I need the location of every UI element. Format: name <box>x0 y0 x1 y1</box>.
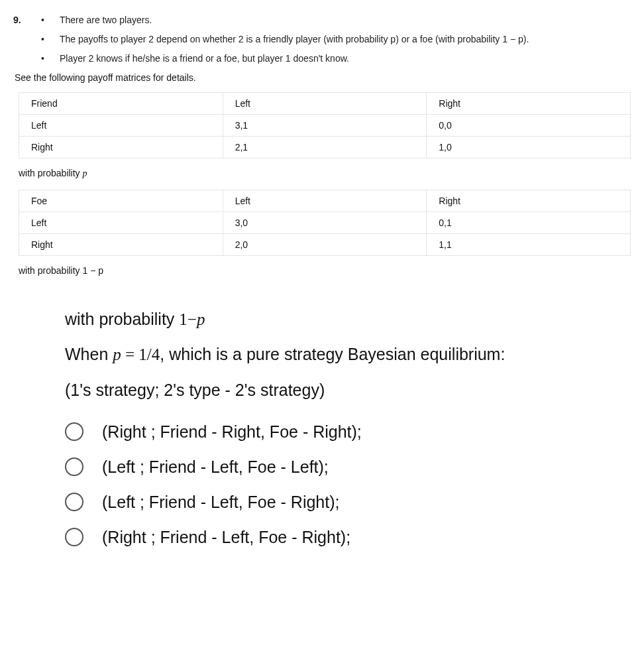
table-cell: 1,0 <box>427 137 631 158</box>
bullet-dot-icon: • <box>38 52 60 66</box>
bullet-item: • The payoffs to player 2 depend on whet… <box>38 32 631 46</box>
option-text: (Right ; Friend - Right, Foe - Right); <box>102 422 362 442</box>
table-header-cell: Foe <box>19 190 223 212</box>
probability-label-foe-truncated: with probability 1 − p <box>19 265 631 277</box>
table-cell: Left <box>19 115 223 137</box>
option-text: (Left ; Friend - Left, Foe - Right); <box>102 493 339 512</box>
question-prompt-section: with probability 1−p When p = 1/4, which… <box>65 304 631 547</box>
bullet-text: Player 2 knows if he/she is a friend or … <box>60 52 349 66</box>
option-row[interactable]: (Left ; Friend - Left, Foe - Left); <box>65 457 631 477</box>
option-text: (Right ; Friend - Left, Foe - Right); <box>102 528 350 547</box>
table-header-cell: Right <box>427 190 631 212</box>
strategy-format-line: (1's strategy; 2's type - 2's strategy) <box>65 375 631 405</box>
bullet-text: The payoffs to player 2 depend on whethe… <box>60 32 529 46</box>
bullet-dot-icon: • <box>38 13 60 27</box>
table-cell: 3,0 <box>223 212 427 234</box>
table-row: Right 2,0 1,1 <box>19 234 631 256</box>
payoff-table-foe: Foe Left Right Left 3,0 0,1 Right 2,0 1,… <box>19 190 631 256</box>
probability-line: with probability 1−p <box>65 304 631 335</box>
table-row: Foe Left Right <box>19 190 631 212</box>
option-row[interactable]: (Right ; Friend - Left, Foe - Right); <box>65 528 631 547</box>
table-cell: Right <box>19 137 223 158</box>
table-header-cell: Left <box>223 190 427 212</box>
question-number: 9. <box>13 13 38 25</box>
table-cell: 0,1 <box>427 212 631 234</box>
table-header-cell: Right <box>427 93 631 115</box>
see-details-text: See the following payoff matrices for de… <box>15 72 631 83</box>
question-block: 9. • There are two players. • The payoff… <box>13 13 631 563</box>
option-row[interactable]: (Left ; Friend - Left, Foe - Right); <box>65 493 631 512</box>
option-row[interactable]: (Right ; Friend - Right, Foe - Right); <box>65 422 631 442</box>
options-list: (Right ; Friend - Right, Foe - Right); (… <box>65 422 631 547</box>
payoff-table-friend: Friend Left Right Left 3,1 0,0 Right 2,1… <box>19 92 631 158</box>
table-row: Left 3,0 0,1 <box>19 212 631 234</box>
radio-icon[interactable] <box>65 422 83 441</box>
radio-icon[interactable] <box>65 493 83 511</box>
question-content: • There are two players. • The payoffs t… <box>38 13 631 563</box>
table-row: Right 2,1 1,0 <box>19 137 631 158</box>
table-cell: 0,0 <box>427 115 631 137</box>
bullet-text: There are two players. <box>60 13 152 27</box>
table-cell: Right <box>19 234 223 256</box>
table-header-cell: Friend <box>19 93 223 115</box>
table-cell: 2,0 <box>223 234 427 256</box>
table-cell: 3,1 <box>223 115 427 137</box>
radio-icon[interactable] <box>65 457 83 476</box>
probability-label-friend: with probability p <box>19 168 631 179</box>
table-header-cell: Left <box>223 93 427 115</box>
when-line: When p = 1/4, which is a pure strategy B… <box>65 339 631 370</box>
table-cell: Left <box>19 212 223 234</box>
bullet-dot-icon: • <box>38 32 60 46</box>
bullet-item: • Player 2 knows if he/she is a friend o… <box>38 52 631 66</box>
radio-icon[interactable] <box>65 528 83 546</box>
table-cell: 1,1 <box>427 234 631 256</box>
bullet-item: • There are two players. <box>38 13 631 27</box>
table-row: Left 3,1 0,0 <box>19 115 631 137</box>
option-text: (Left ; Friend - Left, Foe - Left); <box>102 457 329 477</box>
table-row: Friend Left Right <box>19 93 631 115</box>
bullet-list: • There are two players. • The payoffs t… <box>38 13 631 66</box>
table-cell: 2,1 <box>223 137 427 158</box>
